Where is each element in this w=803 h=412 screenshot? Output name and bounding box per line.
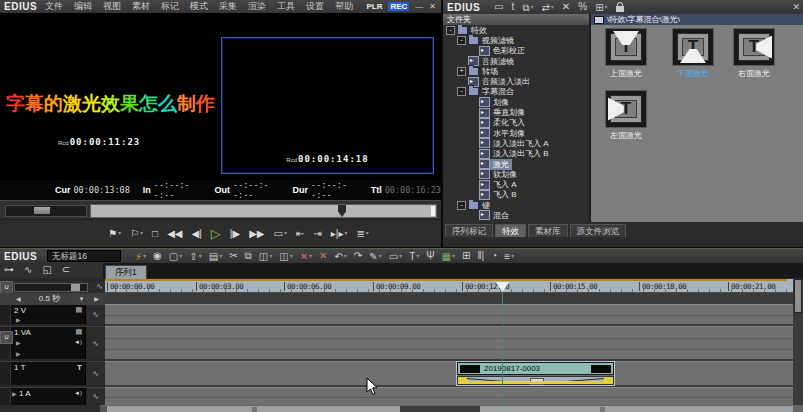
menu-marker[interactable]: 标记 [161,0,179,13]
copy-icon[interactable]: ⧉ [245,250,252,262]
tree-expander[interactable]: - [457,201,466,210]
stop-button[interactable]: □ [150,227,160,241]
track-expand-icon[interactable]: ▶ [16,316,21,323]
track-header-2v[interactable]: 2 V ▤ ▶ ∿ [0,304,105,324]
tree-item-effects[interactable]: - 特效 [443,25,589,35]
thumb-laser-bottom[interactable]: T 下面激光 [667,28,719,79]
title-icon[interactable]: T [409,250,419,263]
title-track-icon[interactable]: T [77,363,82,372]
ripple-mode-icon[interactable]: ∿ [24,264,32,276]
minimize-button[interactable]: — [415,2,423,11]
preview-icon[interactable]: ◉ [153,250,162,262]
close-icon[interactable]: ✕ [792,2,803,12]
tree-item-fly-in-a[interactable]: 飞入 A [443,179,589,189]
cut-icon[interactable]: ✂ [229,250,237,262]
mixer-keyframe-box[interactable] [530,378,544,385]
tree-item-wipe[interactable]: 划像 [443,97,589,107]
fast-forward-button[interactable]: ▶▶ [247,227,266,241]
properties-icon[interactable]: % [578,1,587,13]
export-timeline-icon[interactable]: ▦ [442,250,455,263]
tree-item-key[interactable]: - 键 [443,200,589,210]
zoom-slider-handle[interactable] [71,284,80,291]
monitor-mode-button[interactable]: ▭ [272,226,289,241]
menu-mode[interactable]: 模式 [190,0,208,13]
close-button[interactable]: ✕ [429,2,436,11]
plr-mode-button[interactable]: PLR [366,2,382,11]
tree-item-color-correction[interactable]: 色彩校正 [443,46,589,56]
goto-in-button[interactable]: ⇤ [294,227,306,241]
track-header-1va[interactable]: ∪ 1 VA ▤ ◄) ▶ ▶ ∿ [0,326,105,359]
pan-grid-icon[interactable]: ⊞ [462,250,470,262]
clip-bar[interactable]: 20190817-0003 [457,362,614,375]
menu-tools[interactable]: 工具 [277,0,295,13]
tools-icon[interactable]: ⇄ [541,1,553,14]
voiceover-mic-icon[interactable]: Ψ [426,250,434,262]
thumb-laser-left[interactable]: T 左面激光 [600,90,652,141]
paste-icon[interactable]: ◫ [259,250,272,263]
track-mute-column[interactable] [0,362,11,385]
save-icon[interactable]: ▤ [209,250,222,263]
sequence-tab[interactable]: 序列1 [105,265,147,280]
tree-expander[interactable]: - [457,87,466,96]
timeline-clip[interactable]: 20190817-0003 [457,362,614,385]
menu-clip[interactable]: 素材 [132,0,150,13]
track-patch[interactable]: ∿ [85,305,105,324]
add-title-icon[interactable]: t [512,1,515,13]
panel-menu-icon[interactable]: ≡ [504,250,514,263]
timeline-zoom-slider[interactable] [14,283,88,292]
sync-clock-icon[interactable]: ◔ [491,250,497,262]
thumb-laser-top[interactable]: T 上面激光 [600,28,652,79]
rec-mode-button[interactable]: REC [388,2,409,11]
menu-edit[interactable]: 编辑 [74,0,92,13]
menu-file[interactable]: 文件 [45,0,63,13]
snap-mode-icon[interactable]: ⊂ [62,264,70,276]
tab-effects[interactable]: 特效 [495,224,526,237]
export-button[interactable]: ≣ [354,226,370,241]
delete-icon[interactable]: ✕ [319,250,327,262]
prev-frame-button[interactable]: ◀| [190,227,204,241]
position-bar[interactable] [90,204,437,218]
track-expand-icon[interactable]: ▶ [16,350,21,357]
track-mute-column[interactable] [0,388,11,405]
thumb-laser-right[interactable]: T 右面激光 [728,28,780,79]
track-lane-2v[interactable] [105,304,793,324]
tree-item-fly-in-b[interactable]: 飞入 B [443,190,589,200]
scale-right-arrow[interactable]: ▶ [94,295,99,302]
goto-out-button[interactable]: ⇥ [311,227,323,241]
insert-mode-icon[interactable]: ⊶ [4,264,14,276]
tree-item-fade-fly-in-b[interactable]: 淡入淡出飞入 B [443,149,589,159]
tree-expander[interactable]: - [457,36,466,45]
menu-render[interactable]: 渲染 [248,0,266,13]
tree-item-audio-filters[interactable]: 音频滤镜 [443,56,589,66]
video-track-icon[interactable]: ▤ [75,306,82,314]
shuttle-handle[interactable] [34,207,50,214]
mark-icon[interactable]: ▭ [389,250,402,263]
import-icon[interactable]: ⇪ [189,250,201,263]
tree-item-transitions[interactable]: + 转场 [443,66,589,76]
play-around-cursor-button[interactable]: ▸|▸ [329,226,350,241]
scrollbar-left-button[interactable] [100,406,107,412]
undo-icon[interactable]: ↶ [334,250,346,263]
video-track-icon[interactable]: ▤ [75,328,82,336]
vertical-scrollbar-thumb[interactable] [794,279,802,313]
redo-icon[interactable]: ↷ [354,250,362,262]
menu-settings[interactable]: 设置 [306,0,324,13]
ripple-delete-icon[interactable]: ✕ [300,250,312,263]
shuttle-slider[interactable] [5,205,87,217]
tree-item-video-filters[interactable]: - 视频滤镜 [443,35,589,45]
tree-item-laser[interactable]: 激光 [443,159,589,169]
group-mode-icon[interactable]: ◱ [42,264,51,276]
render-icon[interactable]: ⚡ [135,250,146,263]
track-expand-icon[interactable]: ▶ [16,339,21,346]
menu-help[interactable]: 帮助 [335,0,353,13]
tree-item-audio-cross-fade[interactable]: 音频淡入淡出 [443,76,589,86]
track-lane-1a[interactable] [105,387,793,405]
horizontal-scrollbar[interactable] [100,405,793,412]
track-mute-column[interactable]: ∪ [0,327,11,359]
duplicate-icon[interactable]: ⧉ [522,1,533,14]
menu-view[interactable]: 视图 [103,0,121,13]
mark-out-button[interactable]: ⚐ [128,226,145,241]
tree-item-blend[interactable]: 混合 [443,210,589,220]
tab-bin[interactable]: 素材库 [528,224,568,237]
track-lane-1t[interactable] [105,361,793,385]
